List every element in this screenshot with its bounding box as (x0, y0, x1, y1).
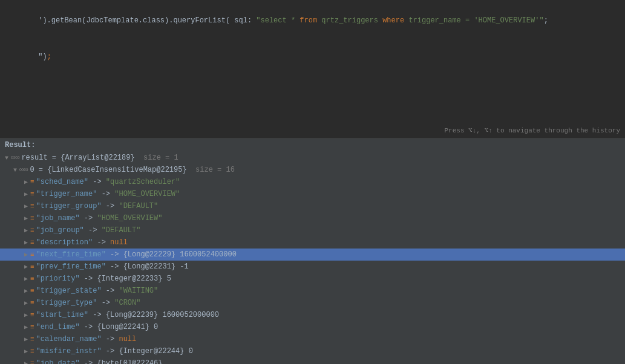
field-label: "misfire_instr" -> {Integer@22244} 0 (36, 347, 193, 356)
field-label: "job_group" -> "DEFAULT" (36, 226, 141, 235)
field-expand[interactable] (22, 336, 30, 343)
field-icon: ≡ (30, 348, 34, 355)
root-label: result = {ArrayList@22189} size = 1 (21, 154, 178, 162)
field-label: "job_data" -> {byte[0]@22246} (36, 359, 163, 364)
field-misfire_instr[interactable]: ≡ "misfire_instr" -> {Integer@22244} 0 (0, 345, 625, 357)
item-0-row[interactable]: ∞∞ 0 = {LinkedCaseInsensitiveMap@22195} … (0, 164, 625, 176)
field-sched_name[interactable]: ≡ "sched_name" -> "quartzScheduler" (0, 176, 625, 188)
field-expand[interactable] (22, 348, 30, 355)
field-job_group[interactable]: ≡ "job_group" -> "DEFAULT" (0, 224, 625, 236)
field-priority[interactable]: ≡ "priority" -> {Integer@22233} 5 (0, 273, 625, 285)
field-trigger_name[interactable]: ≡ "trigger_name" -> "HOME_OVERVIEW" (0, 188, 625, 200)
field-icon: ≡ (30, 336, 34, 343)
field-label: "prev_fire_time" -> {Long@22231} -1 (36, 262, 189, 271)
result-root-row[interactable]: ∞∞ result = {ArrayList@22189} size = 1 (0, 152, 625, 164)
field-prev_fire_time[interactable]: ≡ "prev_fire_time" -> {Long@22231} -1 (0, 261, 625, 273)
field-icon: ≡ (30, 360, 34, 364)
field-label: "trigger_type" -> "CRON" (36, 299, 141, 307)
field-job_data[interactable]: ≡ "job_data" -> {byte[0]@22246} (0, 357, 625, 364)
field-expand[interactable] (22, 287, 30, 294)
nav-hint: Press ⌥↓, ⌥↑ to navigate through the his… (445, 126, 621, 134)
field-expand[interactable] (22, 203, 30, 210)
field-expand[interactable] (22, 360, 30, 364)
field-trigger_group[interactable]: ≡ "trigger_group" -> "DEFAULT" (0, 200, 625, 212)
field-label: "calendar_name" -> null (36, 335, 137, 343)
field-expand[interactable] (22, 178, 30, 186)
field-expand[interactable] (22, 275, 30, 282)
field-icon: ≡ (30, 251, 34, 258)
field-start_time[interactable]: ≡ "start_time" -> {Long@22239} 160005200… (0, 309, 625, 321)
field-icon: ≡ (30, 215, 34, 222)
field-icon: ≡ (30, 323, 34, 331)
field-next_fire_time[interactable]: ≡ "next_fire_time" -> {Long@22229} 16000… (0, 249, 625, 261)
field-expand[interactable] (22, 323, 30, 331)
field-label: "trigger_state" -> "WAITING" (36, 287, 159, 295)
root-expand-arrow[interactable] (2, 155, 11, 161)
field-label: "trigger_name" -> "HOME_OVERVIEW" (36, 190, 180, 198)
field-label: "end_time" -> {Long@22241} 0 (36, 323, 159, 331)
field-icon: ≡ (30, 275, 34, 282)
field-icon: ≡ (30, 178, 34, 186)
field-end_time[interactable]: ≡ "end_time" -> {Long@22241} 0 (0, 321, 625, 333)
field-trigger_state[interactable]: ≡ "trigger_state" -> "WAITING" (0, 285, 625, 297)
field-expand[interactable] (22, 251, 30, 258)
field-trigger_type[interactable]: ≡ "trigger_type" -> "CRON" (0, 297, 625, 309)
field-icon: ≡ (30, 311, 34, 319)
code-line-2: "); (12, 39, 620, 75)
field-icon: ≡ (30, 190, 34, 198)
field-icon: ≡ (30, 299, 34, 307)
field-expand[interactable] (22, 299, 30, 307)
root-icon: ∞∞ (11, 154, 19, 162)
field-expand[interactable] (22, 227, 30, 234)
field-label: "priority" -> {Integer@22233} 5 (36, 275, 171, 283)
tree-container: ∞∞ result = {ArrayList@22189} size = 1 ∞… (0, 151, 625, 364)
result-panel[interactable]: Result: ∞∞ result = {ArrayList@22189} si… (0, 138, 625, 364)
field-icon: ≡ (30, 239, 34, 246)
field-expand[interactable] (22, 239, 30, 246)
field-label: "description" -> null (36, 238, 128, 247)
code-line-1: ').getBean(JdbcTemplate.class).queryForL… (12, 2, 620, 39)
item0-expand-arrow[interactable] (11, 167, 19, 174)
field-label: "start_time" -> {Long@22239} 16000520000… (36, 311, 219, 319)
field-expand[interactable] (22, 311, 30, 319)
field-icon: ≡ (30, 287, 34, 294)
field-job_name[interactable]: ≡ "job_name" -> "HOME_OVERVIEW" (0, 212, 625, 224)
item0-icon: ∞∞ (19, 166, 28, 174)
field-expand[interactable] (22, 190, 30, 198)
field-description[interactable]: ≡ "description" -> null (0, 236, 625, 249)
field-expand[interactable] (22, 215, 30, 222)
item0-label: 0 = {LinkedCaseInsensitiveMap@22195} siz… (30, 166, 234, 174)
field-label: "job_name" -> "HOME_OVERVIEW" (36, 214, 163, 223)
field-calendar_name[interactable]: ≡ "calendar_name" -> null (0, 333, 625, 345)
field-icon: ≡ (30, 203, 34, 210)
field-label: "sched_name" -> "quartzScheduler" (36, 178, 180, 186)
field-icon: ≡ (30, 227, 34, 234)
field-icon: ≡ (30, 263, 34, 270)
field-label: "trigger_group" -> "DEFAULT" (36, 202, 159, 210)
field-expand[interactable] (22, 263, 30, 270)
result-label: Result: (0, 138, 625, 151)
field-label: "next_fire_time" -> {Long@22229} 1600052… (36, 250, 237, 259)
editor-area: ').getBean(JdbcTemplate.class).queryForL… (0, 0, 625, 138)
